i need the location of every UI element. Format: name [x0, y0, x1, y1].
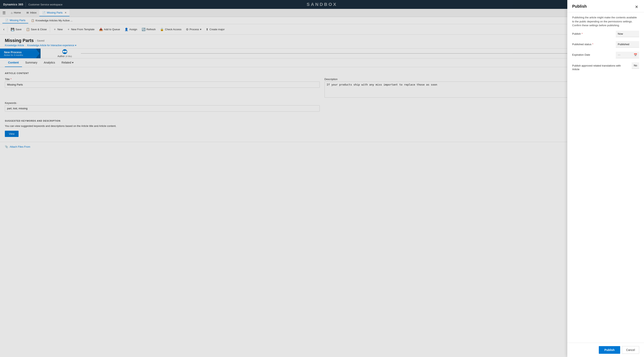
publish-field-label: Publish *: [572, 31, 612, 35]
publish-translations-label: Publish approved related translations wi…: [572, 62, 628, 71]
published-status-label: Published status *: [572, 41, 612, 46]
publish-field-row: Publish * Now: [572, 31, 639, 37]
publish-button[interactable]: Publish: [599, 346, 620, 354]
published-status-value[interactable]: Published: [616, 41, 639, 48]
modal-overlay: [0, 0, 644, 357]
published-status-field-row: Published status * Published: [572, 41, 639, 48]
expiration-date-label: Expiration Date: [572, 52, 612, 56]
panel-footer: Publish Cancel: [567, 343, 644, 357]
expiration-date-field-row: Expiration Date --- 📅: [572, 52, 639, 58]
expiration-date-input-col: --- 📅: [616, 52, 639, 58]
publish-value[interactable]: Now: [616, 31, 639, 37]
publish-translations-field-row: Publish approved related translations wi…: [572, 62, 639, 71]
publish-panel: Publish ✕ Publishing the article might m…: [567, 0, 644, 357]
published-status-input-col: Published: [616, 41, 639, 48]
cancel-button[interactable]: Cancel: [622, 346, 639, 354]
close-icon: ✕: [635, 5, 638, 9]
panel-description: Publishing the article might make the co…: [567, 12, 644, 31]
panel-title: Publish: [572, 4, 587, 9]
expiration-date-value[interactable]: --- 📅: [616, 52, 639, 58]
panel-close-button[interactable]: ✕: [634, 4, 639, 10]
publish-translations-value[interactable]: No: [632, 62, 639, 69]
panel-header: Publish ✕: [567, 0, 644, 12]
panel-form: Publish * Now Published status * Publish…: [567, 31, 644, 187]
publish-input-col: Now: [616, 31, 639, 37]
calendar-icon: 📅: [634, 53, 637, 56]
publish-translations-input-col: No: [632, 62, 639, 69]
